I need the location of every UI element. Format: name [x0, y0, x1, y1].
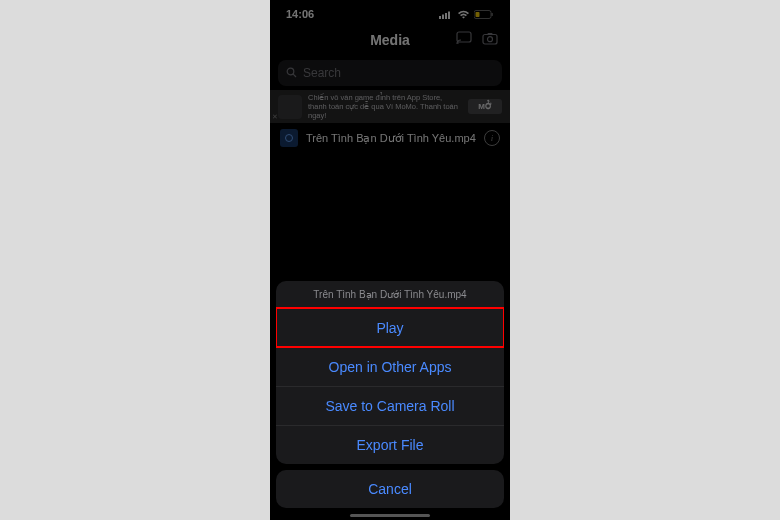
status-time: 14:06 [286, 8, 314, 20]
search-icon [286, 64, 297, 82]
svg-rect-3 [448, 11, 450, 19]
open-in-other-apps-button[interactable]: Open in Other Apps [276, 347, 504, 386]
cancel-button[interactable]: Cancel [276, 470, 504, 508]
file-thumbnail [280, 129, 298, 147]
svg-line-13 [293, 74, 296, 77]
save-to-camera-roll-button[interactable]: Save to Camera Roll [276, 386, 504, 425]
status-bar: 14:06 [270, 0, 510, 24]
ad-text: Chiến vô vàn game đỉnh trên App Store, t… [308, 93, 462, 120]
camera-icon[interactable] [482, 31, 498, 49]
svg-point-8 [457, 42, 459, 44]
svg-rect-9 [483, 35, 497, 45]
export-file-button[interactable]: Export File [276, 425, 504, 464]
ad-thumbnail [278, 95, 302, 119]
battery-icon [474, 10, 494, 19]
svg-rect-11 [488, 33, 493, 35]
nav-title: Media [370, 32, 410, 48]
cast-icon[interactable] [456, 31, 472, 49]
action-sheet-group: Trên Tình Bạn Dưới Tình Yêu.mp4 Play Ope… [276, 281, 504, 464]
svg-rect-6 [492, 13, 493, 16]
action-sheet: Trên Tình Bạn Dưới Tình Yêu.mp4 Play Ope… [276, 281, 504, 508]
phone-screen: 14:06 Media [270, 0, 510, 520]
search-wrap: Search [270, 56, 510, 90]
wifi-icon [457, 10, 470, 19]
svg-rect-1 [442, 14, 444, 19]
play-button[interactable]: Play [276, 308, 504, 347]
nav-header: Media [270, 24, 510, 56]
ad-open-button[interactable]: MỞ [468, 99, 502, 114]
info-icon[interactable]: i [484, 130, 500, 146]
ad-close-icon[interactable]: ✕ [272, 113, 280, 121]
cellular-signal-icon [439, 10, 453, 19]
svg-point-12 [287, 68, 294, 75]
nav-actions [448, 31, 498, 49]
svg-point-10 [488, 37, 493, 42]
file-name: Trên Tình Bạn Dưới Tình Yêu.mp4 [306, 132, 476, 145]
ad-banner[interactable]: Chiến vô vàn game đỉnh trên App Store, t… [270, 90, 510, 123]
search-input[interactable]: Search [278, 60, 502, 86]
svg-rect-5 [476, 12, 480, 17]
action-sheet-title: Trên Tình Bạn Dưới Tình Yêu.mp4 [276, 281, 504, 308]
status-right [439, 10, 494, 19]
search-placeholder: Search [303, 66, 341, 80]
file-row[interactable]: Trên Tình Bạn Dưới Tình Yêu.mp4 i [270, 123, 510, 153]
home-indicator[interactable] [350, 514, 430, 517]
svg-rect-2 [445, 13, 447, 19]
svg-rect-0 [439, 16, 441, 19]
